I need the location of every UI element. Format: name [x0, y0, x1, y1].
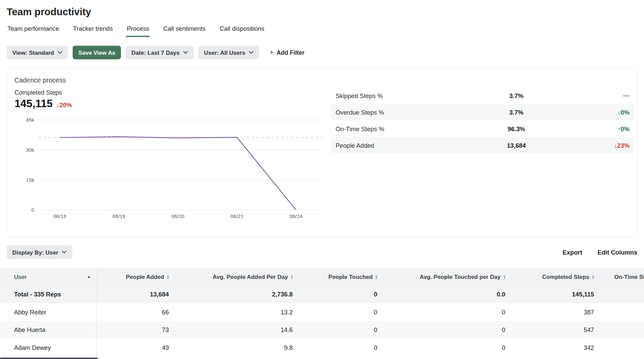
value-cell: 49 [97, 339, 176, 356]
sort-toggle-icon: ▴▾ [504, 274, 505, 280]
cadence-process-card: Cadence process Completed Steps 145,115 … [7, 68, 638, 237]
value-cell [601, 285, 644, 303]
metric-value: 3.7% [468, 92, 565, 99]
stat-label: Completed Steps [15, 89, 328, 96]
value-cell: 0 [299, 339, 384, 356]
value-cell: 13.2 [176, 303, 299, 321]
date-filter-dropdown[interactable]: Date: Last 7 Days [126, 46, 194, 59]
column-label: On-Time Steps % [614, 273, 644, 280]
arrow-down-icon: ↓ [618, 109, 621, 116]
column-header-people-touched[interactable]: People Touched▴▾ [299, 268, 384, 285]
column-header-avg-people-added-per-day[interactable]: Avg. People Added Per Day▴▾ [176, 268, 299, 285]
svg-text:06/24: 06/24 [290, 213, 303, 219]
sort-ascending-icon: ▲ [87, 275, 91, 279]
value-cell: 13,684 [97, 285, 176, 303]
value-cell: 0 [299, 285, 384, 303]
card-body: Completed Steps 145,115 ↓20% 015k30k45k0… [15, 84, 635, 223]
metric-delta: — [565, 92, 629, 99]
tab-call-sentiments[interactable]: Call sentiments [162, 24, 206, 37]
table-toolbar: Display By: User Export Edit Columns [7, 245, 638, 259]
table-row: Adam Dewey499.800342 [0, 339, 644, 356]
chevron-down-icon [183, 51, 188, 54]
svg-text:30k: 30k [26, 147, 34, 153]
tab-process[interactable]: Process [126, 24, 150, 37]
table-total-row: Total - 335 Reps13,6842,736.800.0145,115 [0, 285, 644, 303]
svg-text:0: 0 [31, 207, 34, 213]
add-filter-label: Add Filter [277, 49, 305, 56]
value-cell [601, 321, 644, 338]
metric-label: People Added [336, 142, 468, 149]
metric-delta: ↓23% [565, 142, 629, 149]
user-cell: Abby Reiter [0, 303, 97, 321]
value-cell: 387 [512, 303, 600, 321]
value-cell [601, 303, 644, 321]
value-cell: 0 [384, 303, 512, 321]
metric-label: On-Time Steps % [336, 125, 468, 132]
metric-delta: ↑0% [565, 125, 629, 132]
value-cell: 2,736.8 [176, 285, 299, 303]
save-view-as-label: Save View As [78, 49, 115, 56]
user-filter-dropdown[interactable]: User: All Users [198, 46, 259, 59]
column-header-on-time-steps[interactable]: On-Time Steps %▴▾ [601, 268, 644, 285]
value-cell: 0 [384, 321, 512, 338]
svg-text:45k: 45k [26, 117, 34, 123]
tab-team-performance[interactable]: Team performance [7, 24, 60, 37]
svg-text:06/19: 06/19 [112, 213, 125, 219]
export-button[interactable]: Export [562, 249, 582, 256]
tab-call-dispositions[interactable]: Call dispositions [219, 24, 265, 37]
display-by-dropdown[interactable]: Display By: User [7, 245, 72, 259]
date-filter-label: Date: Last 7 Days [132, 49, 180, 56]
sort-toggle-icon: ▴▾ [291, 274, 293, 280]
value-cell: 342 [512, 339, 600, 356]
metric-row-on-time-steps: On-Time Steps %96.3%↑0% [331, 120, 635, 137]
column-header-completed-steps[interactable]: Completed Steps▴▾ [512, 268, 600, 285]
arrow-up-icon: ↑ [618, 125, 621, 132]
plus-icon: + [270, 49, 274, 56]
value-cell: 66 [97, 303, 176, 321]
metric-value: 13,684 [468, 142, 565, 149]
add-filter-button[interactable]: + Add Filter [270, 49, 304, 56]
column-header-avg-people-touched-per-day[interactable]: Avg. People Touched per Day▴▾ [384, 268, 512, 285]
column-header-user[interactable]: User▲ [0, 268, 97, 285]
view-dropdown-label: View: Standard [13, 49, 54, 56]
scrollbar-thumb[interactable] [0, 358, 98, 359]
table-row: Abby Reiter6613.200387 [0, 303, 644, 321]
metric-row-overdue-steps: Overdue Steps %3.7%↓0% [331, 104, 635, 120]
metric-delta-value: 23% [617, 142, 630, 149]
column-header-people-added[interactable]: People Added▴▾ [97, 268, 176, 285]
user-filter-label: User: All Users [204, 49, 245, 56]
tab-tracker-trends[interactable]: Tracker trends [72, 24, 114, 37]
metric-value: 3.7% [468, 109, 565, 116]
metric-delta-value: 0% [621, 109, 629, 116]
metric-row-people-added: People Added13,684↓23% [331, 137, 635, 153]
chevron-down-icon [249, 51, 253, 54]
column-label: Avg. People Touched per Day [420, 273, 501, 280]
metric-row-skipped-steps: Skipped Steps %3.7%— [331, 87, 635, 104]
column-label: People Touched [328, 273, 373, 280]
value-cell [601, 339, 644, 356]
user-cell: Total - 335 Reps [0, 285, 97, 303]
display-by-label: Display By: User [13, 249, 59, 256]
chart-column: Completed Steps 145,115 ↓20% 015k30k45k0… [15, 84, 328, 223]
metric-label: Overdue Steps % [336, 109, 468, 116]
stat-line: 145,115 ↓20% [15, 97, 328, 110]
user-productivity-table: User▲People Added▴▾Avg. People Added Per… [0, 268, 644, 359]
metric-delta-value: 0% [621, 125, 629, 132]
horizontal-scrollbar [0, 357, 644, 359]
completed-steps-delta: ↓20% [56, 101, 72, 109]
completed-steps-chart: 015k30k45k06/1806/1906/2006/2106/24 [15, 117, 328, 223]
tab-bar: Team performanceTracker trendsProcessCal… [7, 24, 638, 37]
column-label: User [14, 273, 27, 280]
stat-delta-value: 20% [60, 101, 72, 109]
sort-toggle-icon: ▴▾ [167, 274, 169, 280]
view-dropdown[interactable]: View: Standard [7, 46, 68, 59]
value-cell: 547 [512, 321, 600, 338]
value-cell: 0.0 [384, 285, 512, 303]
table-body: Total - 335 Reps13,6842,736.800.0145,115… [0, 285, 644, 356]
value-cell: 0 [299, 321, 384, 338]
column-label: Avg. People Added Per Day [213, 273, 288, 280]
svg-text:15k: 15k [26, 177, 34, 183]
arrow-down-icon: ↓ [614, 142, 617, 149]
save-view-as-button[interactable]: Save View As [73, 46, 121, 59]
edit-columns-button[interactable]: Edit Columns [597, 249, 637, 256]
